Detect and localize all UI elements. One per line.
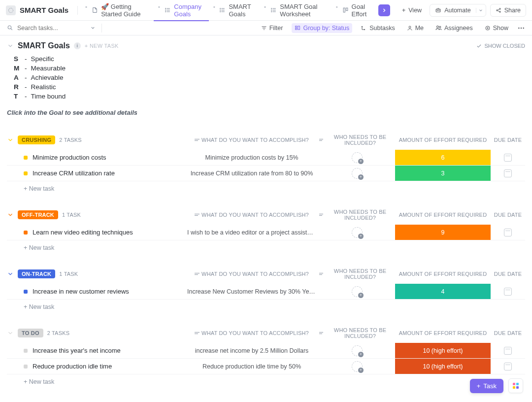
tab-smart-goal-worksheet[interactable]: SMART Goal Worksheet: [260, 0, 332, 21]
task-accomplish[interactable]: I wish to be a video editor or a project…: [184, 229, 319, 236]
new-task-button[interactable]: + New task: [7, 240, 525, 251]
assignees-button[interactable]: Assignees: [432, 23, 476, 33]
task-assignee[interactable]: [319, 168, 395, 179]
add-assignee-icon[interactable]: [352, 152, 363, 163]
subtasks-button[interactable]: Subtasks: [358, 23, 398, 33]
tab-company-goals[interactable]: Company Goals: [154, 0, 208, 21]
column-header-effort[interactable]: AMOUNT OF EFFORT REQUIRED: [395, 212, 491, 218]
task-effort[interactable]: 10 (high effort): [395, 343, 491, 358]
new-task-header-button[interactable]: + NEW TASK: [85, 43, 119, 49]
add-assignee-icon[interactable]: [352, 286, 363, 297]
task-row[interactable]: Increase CRM utilization rateIncrease CR…: [7, 166, 525, 181]
column-header-who[interactable]: WHO NEEDS TO BE INCLUDED?: [319, 327, 395, 339]
collapse-group-icon[interactable]: [7, 136, 14, 143]
apps-fab[interactable]: [508, 378, 523, 393]
column-header-accomplish[interactable]: WHAT DO YOU WANT TO ACCOMPLISH?: [184, 271, 319, 277]
column-header-due[interactable]: DUE DATE: [491, 330, 525, 336]
column-header-due[interactable]: DUE DATE: [491, 212, 525, 218]
task-row[interactable]: Increase in new customer reviewsIncrease…: [7, 284, 525, 300]
add-assignee-icon[interactable]: [352, 345, 363, 356]
chevron-down-icon[interactable]: [476, 8, 486, 13]
task-name[interactable]: Increase this year's net income: [33, 347, 121, 354]
status-badge[interactable]: OFF-TRACK: [18, 210, 58, 219]
info-icon[interactable]: i: [74, 42, 81, 49]
automate-button[interactable]: Automate: [430, 4, 486, 17]
status-square-icon: [24, 156, 28, 160]
task-name[interactable]: Reduce production idle time: [33, 363, 112, 370]
next-views-button[interactable]: [378, 4, 390, 16]
tab--getting-started-guide[interactable]: 🚀 Getting Started Guide: [81, 0, 154, 21]
task-effort[interactable]: 4: [395, 284, 491, 299]
add-assignee-icon[interactable]: [352, 168, 363, 179]
add-view-button[interactable]: + View: [398, 4, 426, 16]
task-assignee[interactable]: [319, 361, 395, 372]
task-assignee[interactable]: [319, 152, 395, 163]
column-header-who[interactable]: WHO NEEDS TO BE INCLUDED?: [319, 134, 395, 146]
new-task-button[interactable]: + New task: [7, 300, 525, 310]
filter-button[interactable]: Filter: [258, 23, 286, 33]
task-name[interactable]: Minimize production costs: [33, 154, 106, 161]
column-header-effort[interactable]: AMOUNT OF EFFORT REQUIRED: [395, 271, 491, 277]
column-header-accomplish[interactable]: WHAT DO YOU WANT TO ACCOMPLISH?: [184, 330, 319, 336]
me-button[interactable]: Me: [404, 23, 427, 33]
search-expand-icon[interactable]: [90, 25, 96, 31]
workspace-title[interactable]: SMART Goals: [20, 6, 68, 14]
collapse-list-icon[interactable]: [7, 42, 14, 49]
task-due-date[interactable]: [491, 154, 525, 162]
share-button[interactable]: Share: [490, 4, 526, 17]
task-row[interactable]: Increase this year's net incomeincrease …: [7, 343, 525, 359]
task-due-date[interactable]: [491, 229, 525, 236]
search-icon[interactable]: [7, 25, 13, 31]
collapse-group-icon[interactable]: [7, 270, 14, 277]
task-effort[interactable]: 3: [395, 166, 491, 181]
task-assignee[interactable]: [319, 227, 395, 238]
new-task-button[interactable]: + New task: [7, 181, 525, 192]
column-header-who[interactable]: WHO NEEDS TO BE INCLUDED?: [319, 209, 395, 221]
status-badge[interactable]: CRUSHING: [18, 135, 55, 144]
workspace-icon[interactable]: [6, 5, 16, 15]
task-accomplish[interactable]: Reduce production idle time by 50%: [184, 363, 319, 370]
task-name[interactable]: Increase in new customer reviews: [33, 288, 129, 295]
task-row[interactable]: Minimize production costsMinimize produc…: [7, 150, 525, 166]
task-name[interactable]: Increase CRM utilization rate: [33, 169, 115, 177]
collapse-group-icon[interactable]: [7, 211, 14, 218]
status-badge[interactable]: ON-TRACK: [18, 269, 55, 278]
task-effort[interactable]: 10 (high effort): [395, 359, 491, 374]
task-due-date[interactable]: [491, 169, 525, 177]
collapse-group-icon[interactable]: [7, 330, 14, 336]
task-row[interactable]: Reduce production idle timeReduce produc…: [7, 359, 525, 374]
task-due-date[interactable]: [491, 363, 525, 370]
column-header-due[interactable]: DUE DATE: [491, 137, 525, 143]
show-button[interactable]: Show: [482, 23, 511, 33]
task-effort[interactable]: 6: [395, 150, 491, 165]
column-header-effort[interactable]: AMOUNT OF EFFORT REQUIRED: [395, 137, 491, 143]
task-name[interactable]: Learn new video editing techniques: [33, 229, 133, 236]
task-assignee[interactable]: [319, 345, 395, 356]
task-accomplish[interactable]: Increase New Customer Reviews by 30% Yea…: [184, 288, 319, 295]
column-header-who[interactable]: WHO NEEDS TO BE INCLUDED?: [319, 268, 395, 280]
status-badge[interactable]: TO DO: [18, 329, 43, 337]
task-effort[interactable]: 9: [395, 225, 491, 240]
more-menu-button[interactable]: [517, 24, 525, 32]
show-closed-button[interactable]: SHOW CLOSED: [476, 43, 525, 49]
add-assignee-icon[interactable]: [352, 227, 363, 238]
column-header-due[interactable]: DUE DATE: [491, 271, 525, 277]
task-assignee[interactable]: [319, 286, 395, 297]
task-due-date[interactable]: [491, 288, 525, 296]
new-task-button[interactable]: + New task: [7, 374, 525, 385]
tab-goal-effort[interactable]: Goal Effort: [332, 0, 375, 21]
create-task-fab[interactable]: + Task: [470, 379, 503, 393]
tab-smart-goals[interactable]: SMART Goals: [209, 0, 260, 21]
group-by-button[interactable]: Group by: Status: [292, 23, 352, 33]
column-header-accomplish[interactable]: WHAT DO YOU WANT TO ACCOMPLISH?: [184, 137, 319, 143]
column-header-effort[interactable]: AMOUNT OF EFFORT REQUIRED: [395, 330, 491, 336]
task-accomplish[interactable]: Minimize production costs by 15%: [184, 154, 319, 161]
task-row[interactable]: Learn new video editing techniquesI wish…: [7, 225, 525, 240]
list-title[interactable]: SMART Goals: [18, 41, 70, 50]
add-assignee-icon[interactable]: [352, 361, 363, 372]
column-header-accomplish[interactable]: WHAT DO YOU WANT TO ACCOMPLISH?: [184, 212, 319, 218]
task-due-date[interactable]: [491, 347, 525, 355]
task-accomplish[interactable]: increase net income by 2.5 Million Dolla…: [184, 347, 319, 354]
search-input[interactable]: [17, 25, 86, 32]
task-accomplish[interactable]: Increase CRM utilization rate from 80 to…: [184, 170, 319, 177]
